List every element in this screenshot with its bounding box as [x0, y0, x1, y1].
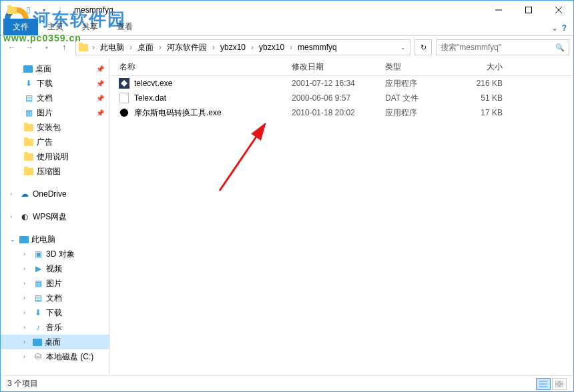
- file-row[interactable]: 摩尔斯电码转换工具.exe 2010-01-18 20:02 应用程序 17 K…: [110, 105, 573, 120]
- chevron-right-icon[interactable]: ›: [23, 251, 30, 257]
- chevron-right-icon[interactable]: ›: [128, 43, 133, 52]
- search-input[interactable]: [441, 43, 555, 52]
- tab-view[interactable]: 查看: [107, 19, 142, 35]
- tab-home[interactable]: 主页: [38, 19, 73, 35]
- chevron-right-icon[interactable]: ›: [10, 213, 17, 220]
- sidebar-item-wps[interactable]: › ◐ WPS网盘: [1, 209, 109, 224]
- chevron-right-icon[interactable]: ›: [23, 295, 30, 301]
- chevron-right-icon[interactable]: ›: [23, 280, 30, 287]
- maximize-icon: [525, 7, 532, 13]
- chevron-right-icon[interactable]: ›: [250, 43, 255, 52]
- sidebar-item-videos[interactable]: › ▶ 视频: [1, 261, 109, 276]
- download-icon: ⬇: [23, 78, 34, 89]
- video-icon: ▶: [33, 263, 43, 274]
- tab-share[interactable]: 共享: [73, 19, 107, 35]
- desktop-icon: [23, 65, 33, 73]
- tab-file[interactable]: 文件: [3, 19, 38, 35]
- sidebar-item-pictures[interactable]: › ▦ 图片: [1, 276, 109, 291]
- sidebar-item-label: 图片: [46, 278, 62, 289]
- close-icon: [555, 7, 562, 13]
- file-type: DAT 文件: [376, 93, 449, 104]
- sidebar-item-label: 文档: [37, 93, 53, 104]
- chevron-right-icon[interactable]: ›: [23, 353, 30, 360]
- ribbon-help: ⌄ ?: [545, 21, 573, 35]
- svg-rect-13: [555, 385, 559, 387]
- chevron-right-icon[interactable]: ›: [23, 339, 30, 345]
- chevron-right-icon[interactable]: ›: [23, 265, 30, 272]
- nav-recent-dropdown[interactable]: ▾: [39, 40, 54, 55]
- sidebar-item-onedrive[interactable]: › ☁ OneDrive: [1, 187, 109, 201]
- breadcrumb-dropdown-icon[interactable]: ⌄: [400, 44, 406, 51]
- pin-icon: 📌: [96, 80, 104, 87]
- file-row[interactable]: telecvt.exe 2001-07-12 16:34 应用程序 216 KB: [110, 76, 573, 91]
- crumb-thispc[interactable]: 此电脑: [97, 42, 127, 53]
- thispc-icon: [19, 236, 29, 243]
- breadcrumb[interactable]: › 此电脑 › 桌面 › 河东软件园 › ybzx10 › ybzx10 › m…: [75, 39, 410, 55]
- nav-back-button[interactable]: ←: [5, 40, 19, 55]
- qat-dropdown-icon[interactable]: ▾: [38, 4, 50, 16]
- chevron-right-icon[interactable]: ›: [23, 309, 30, 316]
- folder-qat-icon[interactable]: [6, 4, 18, 16]
- chevron-right-icon[interactable]: ›: [23, 324, 30, 331]
- crumb-folder[interactable]: ybzx10: [218, 43, 248, 52]
- sidebar-item-localdisk[interactable]: › ⛁ 本地磁盘 (C:): [1, 349, 109, 364]
- picture-icon: ▦: [33, 278, 43, 289]
- icons-view-icon: [555, 381, 563, 387]
- sidebar-item-pictures[interactable]: ▦ 图片 📌: [1, 105, 109, 120]
- refresh-button[interactable]: ↻: [414, 39, 432, 55]
- help-icon[interactable]: ?: [562, 23, 567, 33]
- file-row[interactable]: Telex.dat 2000-06-06 9:57 DAT 文件 51 KB: [110, 91, 573, 105]
- sidebar-item-label: OneDrive: [33, 189, 67, 199]
- chevron-down-icon[interactable]: ⌄: [10, 236, 17, 243]
- details-view-button[interactable]: [536, 378, 551, 390]
- crumb-current[interactable]: mesmmfyq: [295, 43, 340, 52]
- chevron-right-icon[interactable]: ›: [91, 43, 96, 52]
- sidebar-item-folder[interactable]: 广告: [1, 135, 109, 149]
- column-size[interactable]: 大小: [449, 61, 516, 73]
- chevron-right-icon[interactable]: ›: [158, 43, 163, 52]
- maximize-button[interactable]: [513, 1, 543, 19]
- sidebar-item-folder[interactable]: 安装包: [1, 120, 109, 135]
- address-bar-row: ← → ▾ ↑ › 此电脑 › 桌面 › 河东软件园 › ybzx10 › yb…: [1, 36, 573, 59]
- properties-qat-icon[interactable]: ▯: [22, 4, 34, 16]
- column-name[interactable]: 名称: [110, 61, 282, 73]
- column-date[interactable]: 修改日期: [282, 61, 376, 73]
- qat-separator: |: [54, 4, 66, 16]
- ribbon-expand-icon[interactable]: ⌄: [551, 23, 558, 33]
- nav-up-button[interactable]: ↑: [57, 40, 71, 55]
- folder-icon: [23, 151, 34, 162]
- search-box[interactable]: 🔍: [436, 39, 569, 55]
- svg-rect-1: [525, 7, 531, 13]
- sidebar-item-label: 此电脑: [31, 234, 55, 245]
- navigation-sidebar[interactable]: 桌面 📌 ⬇ 下载 📌 ▤ 文档 📌 ▦ 图片 📌 安装包 广告 使用说明: [1, 59, 110, 375]
- sidebar-item-thispc[interactable]: ⌄ 此电脑: [1, 232, 109, 247]
- minimize-button[interactable]: [483, 1, 513, 19]
- folder-icon: [23, 166, 34, 177]
- sidebar-item-music[interactable]: › ♪ 音乐: [1, 320, 109, 335]
- close-button[interactable]: [543, 1, 573, 19]
- nav-forward-button[interactable]: →: [22, 40, 37, 55]
- sidebar-item-documents[interactable]: › ▤ 文档: [1, 291, 109, 305]
- file-name: Telex.dat: [134, 93, 282, 103]
- sidebar-item-documents[interactable]: ▤ 文档 📌: [1, 91, 109, 105]
- chevron-right-icon[interactable]: ›: [288, 43, 294, 52]
- sidebar-item-3dobjects[interactable]: › ▣ 3D 对象: [1, 247, 109, 261]
- svg-rect-11: [555, 381, 559, 383]
- chevron-right-icon[interactable]: ›: [10, 191, 17, 197]
- titlebar: ▯ ▾ | mesmmfyq: [1, 1, 573, 19]
- crumb-folder[interactable]: ybzx10: [256, 43, 287, 52]
- sidebar-item-folder[interactable]: 使用说明: [1, 149, 109, 164]
- sidebar-item-desktop[interactable]: 桌面 📌: [1, 61, 109, 76]
- sidebar-item-downloads[interactable]: › ⬇ 下载: [1, 305, 109, 320]
- file-list[interactable]: telecvt.exe 2001-07-12 16:34 应用程序 216 KB…: [110, 76, 573, 375]
- chevron-right-icon[interactable]: ›: [211, 43, 216, 52]
- crumb-folder[interactable]: 河东软件园: [164, 42, 210, 53]
- window-title: mesmmfyq: [74, 5, 113, 15]
- file-date: 2001-07-12 16:34: [282, 79, 376, 88]
- icons-view-button[interactable]: [552, 378, 567, 390]
- crumb-desktop[interactable]: 桌面: [135, 42, 156, 53]
- column-type[interactable]: 类型: [376, 61, 449, 73]
- sidebar-item-desktop[interactable]: › 桌面: [1, 335, 109, 349]
- sidebar-item-downloads[interactable]: ⬇ 下载 📌: [1, 76, 109, 91]
- sidebar-item-folder[interactable]: 压缩图: [1, 164, 109, 179]
